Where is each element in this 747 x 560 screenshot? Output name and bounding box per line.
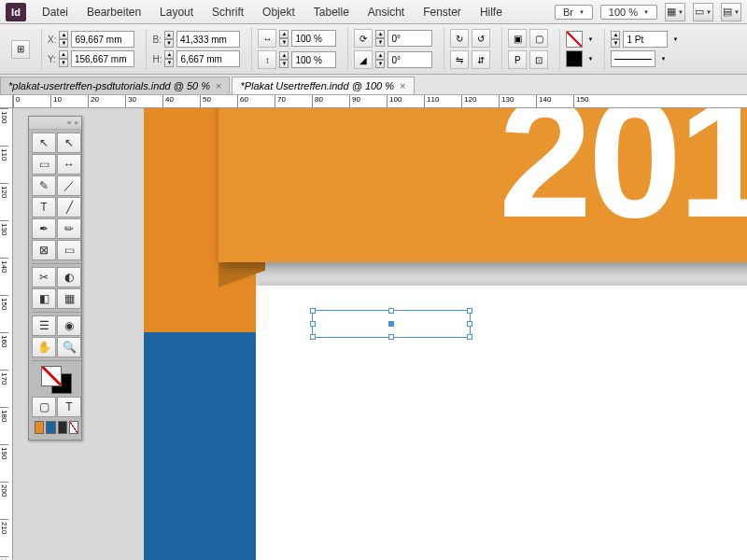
menu-schrift[interactable]: Schrift [204,3,252,21]
handle-br[interactable] [467,334,472,340]
selection-tool[interactable]: ↖ [32,133,56,153]
chevron-down-icon[interactable]: ▼ [672,36,678,42]
swatch-blue[interactable] [46,421,55,434]
fill-swatch-none[interactable] [566,31,583,48]
menu-fenster[interactable]: Fenster [415,3,470,21]
menu-hilfe[interactable]: Hilfe [472,3,511,21]
handle-ml[interactable] [310,321,316,327]
content-collector-tool[interactable]: ✎ [32,175,56,196]
rotate-cw-icon[interactable]: ↻ [450,29,469,48]
swatch-none[interactable] [69,421,78,434]
w-spinner[interactable]: ▲▼ [164,31,174,48]
view-mode-icon[interactable]: ▦▼ [665,3,685,21]
page-tool[interactable]: ▭ [32,154,56,175]
ruler-origin[interactable] [0,95,13,108]
close-icon[interactable]: × [216,80,221,91]
tab-doc-1[interactable]: *plakat-usertreffen-psdtutorials.indd @ … [0,77,230,94]
chevron-down-icon: ▼ [643,9,649,15]
canvas[interactable]: 201 [13,108,747,560]
type-tool[interactable]: T [32,197,56,217]
handle-tr[interactable] [467,308,472,314]
stroke-weight-input[interactable]: 1 Pt [623,31,668,48]
free-transform-tool[interactable]: ◐ [57,267,81,287]
handle-center[interactable] [388,321,394,327]
swatch-orange[interactable] [35,421,44,434]
close-icon[interactable]: × [400,80,405,91]
direct-selection-tool[interactable]: ↖ [57,133,81,153]
flip-h-icon[interactable]: ⇋ [450,50,469,69]
select-container-icon[interactable]: ▣ [508,29,527,48]
gap-tool[interactable]: ↔ [57,154,81,175]
eyedropper-tool[interactable]: ◉ [57,315,81,336]
handle-bc[interactable] [388,334,394,340]
gradient-feather-tool[interactable]: ▦ [57,288,81,309]
chevron-down-icon[interactable]: ▼ [587,36,593,42]
handle-tl[interactable] [310,308,316,314]
line-tool[interactable]: ╱ [57,197,81,217]
menu-ansicht[interactable]: Ansicht [359,3,413,21]
stroke-swatch-black[interactable] [566,50,583,67]
menu-objekt[interactable]: Objekt [254,3,303,21]
rotate-ccw-icon[interactable]: ↺ [472,29,490,48]
x-spinner[interactable]: ▲▼ [59,31,68,48]
rotate-input[interactable]: 0° [388,30,432,47]
handle-tc[interactable] [388,308,394,314]
p-icon[interactable]: P [508,50,527,69]
collapse-icon[interactable]: « [67,119,71,127]
menu-datei[interactable]: Datei [34,3,77,21]
selection-frame[interactable] [312,310,471,338]
rectangle-tool[interactable]: ▭ [57,240,81,260]
h-input[interactable]: 6,667 mm [176,50,240,67]
menu-bearbeiten[interactable]: Bearbeiten [78,3,149,21]
y-input[interactable]: 156,667 mm [71,50,134,67]
scale-x-spinner[interactable]: ▲▼ [279,30,289,47]
shear-spinner[interactable]: ▲▼ [375,51,385,68]
fit-icon[interactable]: ⊡ [529,50,548,69]
screen-mode-icon[interactable]: ▭▼ [693,3,713,21]
rectangle-frame-tool[interactable]: ⊠ [32,240,56,260]
panel-header[interactable]: «× [29,117,81,130]
close-icon[interactable]: × [74,119,78,127]
stroke-style-input[interactable] [611,50,655,67]
chevron-down-icon[interactable]: ▼ [587,56,593,62]
scissors-tool[interactable]: ✂ [32,267,56,287]
arrange-icon[interactable]: ▤▼ [721,3,741,21]
zoom-level[interactable]: 100 %▼ [600,5,657,20]
w-input[interactable]: 41,333 mm [176,31,240,48]
content-placer-tool[interactable]: ／ [57,175,81,196]
menu-layout[interactable]: Layout [151,3,202,21]
y-spinner[interactable]: ▲▼ [59,50,68,67]
pencil-tool[interactable]: ✏ [57,218,81,239]
blue-block[interactable] [144,323,256,560]
bridge-button[interactable]: Br▼ [555,5,593,20]
ruler-horizontal[interactable]: 0102030405060708090100110120130140150 [13,95,747,108]
h-spinner[interactable]: ▲▼ [164,50,174,67]
shear-input[interactable]: 0° [388,51,432,68]
handle-mr[interactable] [467,321,472,327]
hand-tool[interactable]: ✋ [32,337,56,357]
menu-tabelle[interactable]: Tabelle [305,3,358,21]
pen-tool[interactable]: ✒ [32,218,56,239]
apply-text-tool[interactable]: T [57,397,81,417]
apply-fill-tool[interactable]: ▢ [32,397,56,417]
x-input[interactable]: 69,667 mm [71,31,134,48]
note-tool[interactable]: ☰ [32,315,56,336]
scale-y-input[interactable]: 100 % [291,51,336,68]
swatch-dark[interactable] [58,421,67,434]
reference-point-icon[interactable]: ⊞ [11,40,30,59]
fill-stroke-indicator[interactable] [32,364,81,396]
stroke-spinner[interactable]: ▲▼ [611,31,620,48]
flip-v-icon[interactable]: ⇵ [472,50,490,69]
zoom-tool[interactable]: 🔍 [57,337,81,357]
chevron-down-icon[interactable]: ▼ [660,56,666,62]
scale-y-spinner[interactable]: ▲▼ [279,51,289,68]
tab-doc-2[interactable]: *Plakat Usertreffen.indd @ 100 %× [232,77,414,94]
fill-color[interactable] [41,366,62,386]
rotate-spinner[interactable]: ▲▼ [375,30,385,47]
scale-x-input[interactable]: 100 % [291,30,336,47]
ruler-vertical[interactable]: 100110120130140150160170180190200210220 [0,108,13,560]
gradient-swatch-tool[interactable]: ◧ [32,288,56,309]
select-content-icon[interactable]: ▢ [529,29,548,48]
handle-bl[interactable] [310,334,316,340]
headline-text[interactable]: 201 [499,108,747,255]
